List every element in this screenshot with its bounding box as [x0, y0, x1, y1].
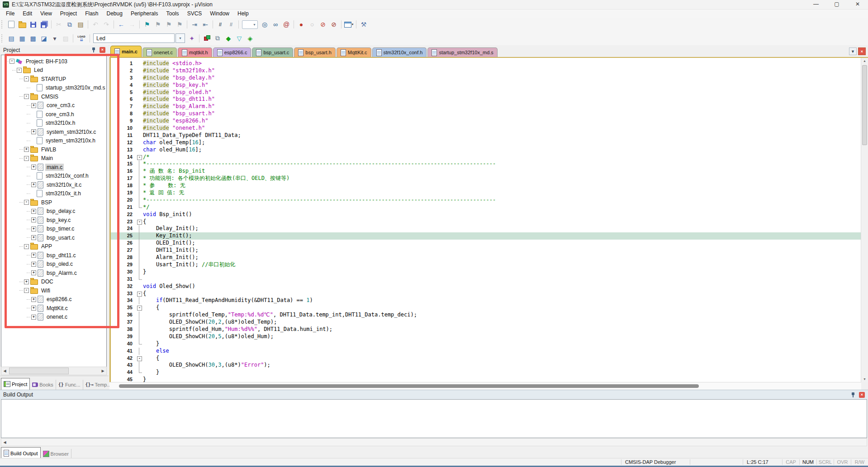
- code-line-18[interactable]: 18* 参 数: 无: [111, 182, 861, 189]
- tree-item-stm32f10x-it-h[interactable]: stm32f10x_it.h: [1, 189, 106, 198]
- collapse-icon[interactable]: -: [9, 59, 14, 64]
- menu-flash[interactable]: Flash: [81, 9, 102, 18]
- fold-margin[interactable]: -: [136, 154, 143, 161]
- collapse-icon[interactable]: -: [24, 288, 29, 293]
- batch-build-dropdown[interactable]: ▾: [50, 33, 60, 43]
- code-line-6[interactable]: 6#include "bsp_dht11.h": [111, 96, 861, 103]
- target-select-arrow[interactable]: ▼: [175, 33, 185, 43]
- build-output-close-icon[interactable]: ×: [859, 392, 865, 398]
- tree-item-mqttkit-c[interactable]: +MqttKit.c: [1, 304, 106, 313]
- next-bookmark-button[interactable]: ⚑: [164, 19, 174, 29]
- code-line-35[interactable]: 35- {: [111, 304, 861, 311]
- scroll-right-icon[interactable]: ▶: [100, 369, 106, 373]
- fold-margin[interactable]: -: [136, 355, 143, 362]
- find-button[interactable]: ∞: [270, 19, 280, 29]
- minimize-button[interactable]: —: [806, 0, 826, 9]
- project-panel-close-icon[interactable]: ×: [100, 47, 105, 53]
- insert-bookmark-button[interactable]: ⚑: [142, 19, 152, 29]
- code-line-8[interactable]: 8#include "bsp_usart.h": [111, 110, 861, 118]
- previous-bookmark-button[interactable]: ⚑: [153, 19, 163, 29]
- indent-button[interactable]: ⇥: [190, 19, 199, 29]
- tree-item-onenet-c[interactable]: +onenet.c: [1, 313, 106, 322]
- unindent-button[interactable]: ⇤: [200, 19, 210, 29]
- code-line-13[interactable]: 13char oled_Hum[16];: [111, 146, 861, 154]
- editor-tab-mqttkit-c[interactable]: MqttKit.c: [337, 47, 371, 57]
- code-line-16[interactable]: 16* 函 数 名: Bsp_init: [111, 168, 861, 175]
- code-line-32[interactable]: 32void Oled_Show(): [111, 283, 861, 290]
- tree-item-startup[interactable]: -STARTUP: [1, 75, 106, 84]
- kill-all-breakpoints-button[interactable]: ⊘: [329, 19, 339, 29]
- panel-tab-project[interactable]: Project: [1, 378, 30, 390]
- close-document-icon[interactable]: ×: [858, 47, 866, 55]
- scroll-left-icon[interactable]: ◀: [1, 440, 8, 444]
- tree-item-core-cm3-c[interactable]: +core_cm3.c: [1, 101, 106, 110]
- expand-icon[interactable]: +: [31, 297, 36, 302]
- expand-icon[interactable]: +: [31, 270, 36, 275]
- target-select[interactable]: Led: [93, 33, 175, 43]
- code-line-30[interactable]: 30}: [111, 269, 861, 276]
- code-line-45[interactable]: 45}: [111, 376, 861, 382]
- menu-peripherals[interactable]: Peripherals: [127, 9, 162, 18]
- code-line-28[interactable]: 28 Alarm_Init();: [111, 254, 861, 261]
- expand-icon[interactable]: +: [31, 103, 36, 108]
- expand-icon[interactable]: +: [24, 147, 29, 152]
- tree-item-fwlb[interactable]: +FWLB: [1, 145, 106, 154]
- code-line-42[interactable]: 42- {: [111, 355, 861, 362]
- uncomment-selection-button[interactable]: //: [226, 19, 236, 29]
- menu-edit[interactable]: Edit: [19, 9, 36, 18]
- tree-item-wifi[interactable]: -Wifi: [1, 286, 106, 295]
- code-line-20[interactable]: 20*-------------------------------------…: [111, 197, 861, 204]
- open-file-button[interactable]: [17, 19, 27, 29]
- code-line-9[interactable]: 9#include "esp8266.h": [111, 118, 861, 125]
- tree-item-bsp-delay-c[interactable]: +bsp_delay.c: [1, 207, 106, 216]
- tree-item-bsp-usart-c[interactable]: +bsp_usart.c: [1, 233, 106, 242]
- editor-tab-main-c[interactable]: main.c: [110, 46, 142, 57]
- expand-icon[interactable]: +: [31, 165, 36, 170]
- collapse-icon[interactable]: -: [24, 200, 29, 205]
- bottom-tab-browser[interactable]: Browser: [41, 449, 71, 459]
- disable-all-breakpoints-button[interactable]: ⊘: [318, 19, 328, 29]
- code-line-27[interactable]: 27 DHT11_Init();: [111, 247, 861, 254]
- expand-icon[interactable]: +: [31, 253, 36, 258]
- pin-icon[interactable]: [851, 392, 855, 398]
- code-line-40[interactable]: 40 }: [111, 340, 861, 348]
- code-line-12[interactable]: 12char oled_Temp[16];: [111, 139, 861, 146]
- scrollbar-thumb[interactable]: [862, 65, 867, 145]
- expand-icon[interactable]: +: [31, 209, 36, 214]
- build-button[interactable]: ▦: [17, 33, 27, 43]
- collapse-icon[interactable]: -: [17, 68, 22, 73]
- tree-item-bsp-key-c[interactable]: +bsp_key.c: [1, 216, 106, 225]
- project-horizontal-scrollbar[interactable]: ◀ ▶: [1, 367, 107, 375]
- tree-item-led[interactable]: -Led: [1, 66, 106, 75]
- incremental-find-button[interactable]: @: [281, 19, 291, 29]
- expand-icon[interactable]: +: [31, 306, 36, 311]
- menu-help[interactable]: Help: [233, 9, 253, 18]
- scroll-down-icon[interactable]: ▼: [861, 376, 868, 382]
- bottom-tab-build-output[interactable]: Build Output: [1, 447, 41, 459]
- copy-button[interactable]: ⧉: [65, 19, 75, 29]
- expand-icon[interactable]: +: [24, 279, 29, 284]
- tree-item-project-bh-f103[interactable]: -Project: BH-F103: [1, 57, 106, 66]
- rte-window-button[interactable]: ◈: [245, 33, 255, 43]
- editor-tab-startup-stm32f10x-md-s[interactable]: startup_stm32f10x_md.s: [427, 47, 497, 57]
- fold-margin[interactable]: -: [136, 218, 143, 226]
- expand-icon[interactable]: +: [31, 235, 36, 240]
- tree-item-bsp-oled-c[interactable]: +bsp_oled.c: [1, 260, 106, 269]
- tree-item-bsp-alarm-c[interactable]: +bsp_Alarm.c: [1, 269, 106, 278]
- tree-item-core-cm3-h[interactable]: core_cm3.h: [1, 110, 106, 119]
- silicon-vendor-button[interactable]: ▽: [234, 33, 244, 43]
- collapse-icon[interactable]: -: [24, 76, 29, 81]
- code-line-37[interactable]: 37 OLED_ShowCH(20,2,(u8*)oled_Temp);: [111, 319, 861, 326]
- editor-tab-bsp-usart-h[interactable]: bsp_usart.h: [294, 47, 335, 57]
- save-button[interactable]: [28, 19, 38, 29]
- tree-item-system-stm32f10x-h[interactable]: system_stm32f10x.h: [1, 137, 106, 146]
- expand-icon[interactable]: +: [31, 262, 36, 267]
- editor-vertical-scrollbar[interactable]: ▲ ▼: [861, 58, 868, 382]
- tree-item-bsp-timer-c[interactable]: +bsp_timer.c: [1, 225, 106, 234]
- code-line-34[interactable]: 34 if(DHT11_Read_TempAndHumidity(&DHT11_…: [111, 297, 861, 304]
- tree-item-bsp[interactable]: -BSP: [1, 198, 106, 207]
- build-output-content[interactable]: [1, 399, 867, 438]
- target-options-button[interactable]: ✦: [187, 33, 197, 43]
- tree-item-esp8266-c[interactable]: +esp8266.c: [1, 295, 106, 304]
- find-text-combo[interactable]: ▼: [242, 20, 258, 29]
